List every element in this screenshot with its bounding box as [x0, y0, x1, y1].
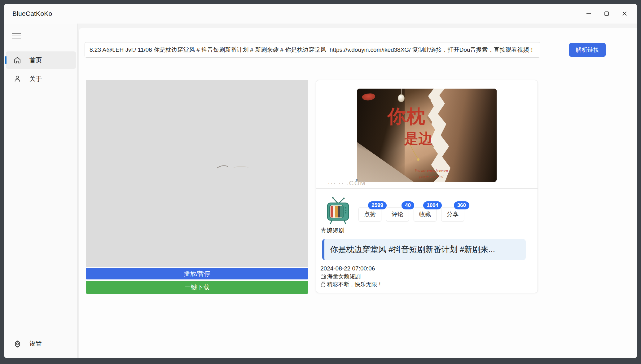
- minimize-icon: [586, 11, 592, 17]
- squiggle-mark: [216, 163, 250, 172]
- window-controls: [580, 7, 634, 20]
- author-name: 青婉短剧: [321, 226, 528, 235]
- person-icon: [13, 75, 21, 83]
- stat-shares[interactable]: 分享 360: [441, 207, 464, 221]
- parse-link-button[interactable]: 解析链接: [569, 43, 606, 57]
- video-player-placeholder[interactable]: [86, 80, 308, 267]
- cover-caption-line1: You are cross between: [404, 168, 459, 173]
- play-pause-button[interactable]: 播放/暂停: [86, 268, 308, 279]
- stat-likes[interactable]: 点赞 2599: [358, 207, 381, 221]
- video-title-quote: 你是枕边穿堂风 #抖音短剧新番计划 #新剧来...: [322, 239, 526, 260]
- sidebar-item-label: 关于: [29, 75, 42, 83]
- comments-count-badge: 40: [402, 201, 414, 209]
- signature-text: 精彩不断，快乐无限！: [327, 281, 383, 288]
- cover-title-vertical-left: 你枕: [388, 108, 426, 125]
- parse-row: 解析链接: [79, 28, 637, 58]
- likes-count-badge: 2599: [368, 201, 387, 209]
- app-window: BlueCatKoKo: [4, 4, 637, 358]
- download-button[interactable]: 一键下载: [86, 281, 308, 294]
- stat-label: 分享: [447, 211, 459, 217]
- maximize-icon: [604, 11, 610, 17]
- cover-title-vertical-right: 是边: [404, 132, 433, 145]
- cover-caption: You are cross between pillow and wind: [404, 168, 459, 179]
- main-area: 解析链接 播放/暂停: [78, 24, 637, 358]
- home-icon: [13, 56, 21, 64]
- publish-time: 2024-08-22 07:00:06: [320, 265, 528, 272]
- sidebar: 首页 关于: [4, 24, 78, 358]
- main-panel: 解析链接 播放/暂停: [79, 28, 637, 358]
- stat-favorites[interactable]: 收藏 1004: [414, 207, 437, 221]
- stat-label: 评论: [392, 211, 403, 217]
- maximize-button[interactable]: [598, 7, 616, 20]
- close-icon: [621, 11, 628, 17]
- sidebar-item-label: 首页: [29, 56, 42, 64]
- author-avatar[interactable]: [326, 197, 350, 225]
- minimize-button[interactable]: [580, 7, 598, 20]
- app-title: BlueCatKoKo: [12, 10, 52, 17]
- sidebar-item-home[interactable]: 首页: [6, 51, 76, 69]
- stats-row: 点赞 2599 评论 40 收藏 1004: [358, 207, 464, 225]
- favorites-count-badge: 1004: [423, 201, 442, 209]
- sidebar-nav: 首页 关于: [4, 51, 77, 87]
- shares-count-badge: 360: [454, 201, 469, 209]
- stat-label: 收藏: [419, 211, 431, 217]
- sidebar-item-about[interactable]: 关于: [6, 70, 76, 87]
- stat-label: 点赞: [364, 211, 376, 217]
- video-info-section: 点赞 2599 评论 40 收藏 1004: [316, 189, 538, 288]
- tv-icon: [320, 274, 326, 279]
- video-cover-image[interactable]: 你枕 是边 You are cross between pillow and w…: [357, 89, 497, 182]
- title-bar: BlueCatKoKo: [4, 4, 637, 24]
- sidebar-item-settings[interactable]: 设置: [6, 335, 76, 352]
- sidebar-item-label: 设置: [29, 340, 42, 348]
- money-bag-icon: [320, 282, 326, 287]
- share-link-input[interactable]: [85, 42, 540, 58]
- video-info-card: 你枕 是边 You are cross between pillow and w…: [316, 80, 538, 293]
- cover-caption-line2: pillow and wind: [404, 173, 459, 179]
- signature-text: 海量女频短剧: [327, 273, 361, 280]
- active-indicator: [5, 56, 7, 64]
- close-button[interactable]: [616, 7, 634, 20]
- hamburger-menu-icon[interactable]: [12, 32, 21, 40]
- signature-line-2: 精彩不断，快乐无限！: [320, 281, 528, 288]
- signature-line-1: 海量女频短剧: [320, 273, 528, 280]
- cover-watermark: ··· ·· .COM: [328, 179, 366, 187]
- gear-icon: [13, 340, 21, 348]
- player-column: 播放/暂停 一键下载: [86, 80, 308, 294]
- stat-comments[interactable]: 评论 40: [386, 207, 409, 221]
- cover-wrap: 你枕 是边 You are cross between pillow and w…: [316, 80, 538, 182]
